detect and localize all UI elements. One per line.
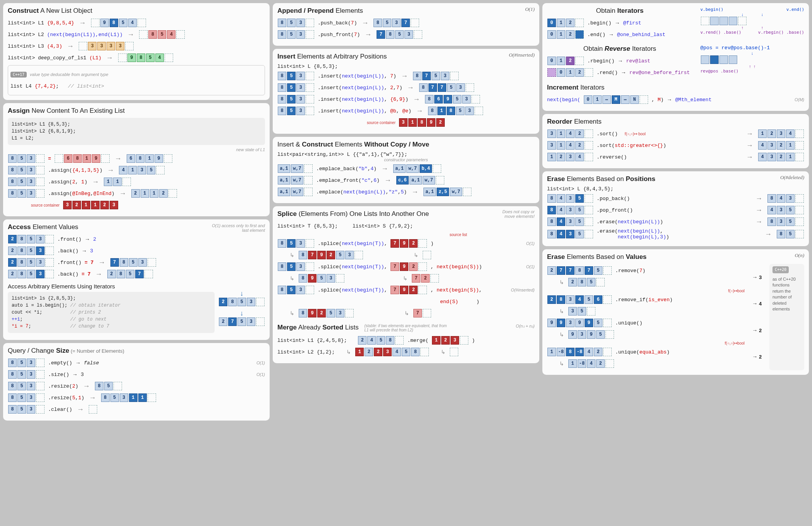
cpp17-badge: C++17	[10, 72, 27, 78]
call-unique-pred: .unique(equal_abs)	[615, 349, 669, 355]
list-cells: 3333	[78, 42, 134, 50]
call-removeif: .remove_if(is_even)	[615, 297, 673, 303]
call-rend: .rend()	[597, 70, 618, 76]
note: constructor parameters	[277, 157, 535, 162]
op-equals: =	[48, 156, 51, 162]
call-emplaceback: .emplace_back("b",4)	[316, 166, 377, 172]
result: 3	[90, 248, 93, 254]
card-title: Obtain Reverse Iterators	[547, 45, 693, 53]
call-remove: .remove(7)	[615, 268, 645, 274]
bigo: O(1)	[256, 360, 265, 365]
return-count: 4	[759, 301, 762, 307]
result: false	[84, 360, 99, 366]
card-insert: O(#inserted) Insert Elements at Arbitrar…	[273, 49, 539, 134]
return-count: 3	[759, 275, 762, 281]
call-popfront: .pop_front()	[597, 207, 633, 213]
arrow-icon: →	[105, 54, 115, 62]
call-back-set: .back() = 7	[57, 271, 91, 277]
call-pushback: .push_back(7)	[318, 20, 357, 26]
bigo: O(#inserted)	[511, 288, 535, 292]
result: @first	[623, 20, 641, 26]
result: @Mth_element	[675, 97, 712, 103]
pos-label: @pos = rev@pos.base()-1	[700, 45, 804, 51]
call-splice: .splice(next(begin(T)),	[318, 287, 387, 293]
call-assign: .assign(@InBeg,@InEnd)	[48, 191, 115, 197]
merge-note: (stable: if two elements are equivalent,…	[365, 324, 450, 332]
card-title: Splice (Elements From) One Lists Into An…	[277, 210, 535, 218]
card-append: O(1) Append / Prepend Elements 853 .push…	[273, 3, 539, 46]
note: new state of L1	[8, 147, 265, 152]
decl-l3: list<int> L3 (4,3)	[8, 43, 62, 49]
result: @one_behind_last	[617, 32, 666, 38]
call-erase-range: .erase(next(begin(L)), next(begin(L),3))	[597, 228, 669, 240]
cpp20-badge: C++20	[772, 266, 789, 273]
decl: list<int> L {8,5,3};	[277, 64, 535, 69]
predicate-note: f(○,○)↦ bool	[625, 132, 646, 136]
card-emplace: Insert & Construct Elements Without Copy…	[273, 137, 539, 203]
card-title: Insert Elements at Arbitrary Positions	[277, 53, 535, 60]
vrend-label: v.rend() .base()	[700, 30, 741, 35]
decls: list<int> T {8,5,3}; list<int> S {7,9,2}…	[277, 221, 535, 231]
call-empty: .empty()	[48, 360, 72, 366]
card-title: Append / Prepend Elements	[277, 7, 535, 15]
predicate-note: f(○)↦bool	[547, 289, 745, 293]
call-unique: .unique()	[615, 320, 642, 326]
code-block: list<int> L1 {8,5,3}; list<int> L2 {6,8,…	[8, 118, 265, 145]
call-assign: .assign(2, 1)	[48, 179, 87, 185]
arrow-icon: →	[65, 42, 75, 50]
card-access: Access Element Values O(1) access only t…	[3, 219, 270, 340]
call-end: .end()	[587, 32, 606, 38]
decl-l1: list<int> L1 {9,8,5,4}	[8, 20, 74, 26]
card-construct: Construct A New List Object list<int> L1…	[3, 3, 270, 100]
card-size: Query / Change Size (= Number of Element…	[3, 343, 270, 421]
column-2: O(1) Append / Prepend Elements 853 .push…	[273, 3, 539, 421]
card-assign: Assign New Content To An Existing List l…	[3, 103, 270, 216]
call-pushfront: .push_front(7)	[318, 32, 360, 38]
bigo: O(1)	[526, 241, 535, 246]
call-insert: .insert(next(begin(L)), 2,7)	[318, 85, 403, 91]
call-splice: .splice(next(begin(T)),	[318, 264, 387, 270]
decl-l1: list<int> L1 {2,4,5,8};	[277, 338, 347, 343]
list-cells: 854	[139, 30, 185, 39]
base-label: .base()	[721, 69, 738, 74]
source-label: source container	[367, 121, 396, 125]
card-title: Erase Elements Based on Positions	[547, 175, 804, 183]
call-back: .back()	[57, 248, 79, 254]
source-label: source list	[382, 233, 535, 237]
card-title: Query / Change Size (= Number of Element…	[8, 347, 265, 355]
decl-l2: list<int> L2 (next(begin(L1)),end(L1))	[8, 32, 122, 38]
note: Does not copy or move elements!	[500, 209, 535, 219]
call-front-set: .front() = 7	[57, 260, 94, 266]
bigo: O(n₁ + n₂)	[516, 324, 535, 329]
subtitle: Access Arbitrary Elements Using Iterator…	[8, 283, 265, 290]
call-insert: .insert(next(begin(L)), {6,9})	[318, 97, 408, 102]
call-splice: .splice(next(begin(T)),	[318, 241, 387, 247]
source-label: source container	[31, 203, 60, 207]
decl-l2: list<int> L2 {1,2};	[277, 349, 335, 355]
call-resize: .resize(2)	[48, 383, 78, 389]
result: rev@last	[626, 58, 650, 64]
call-size: .size()	[48, 372, 69, 378]
call-emplace: .emplace(next(begin(L)),"z",5)	[316, 189, 407, 195]
card-splice: Splice (Elements From) One Lists Into An…	[273, 206, 539, 363]
call-sort: .sort()	[597, 131, 618, 137]
bigo: O(1)	[256, 372, 265, 377]
card-title: Obtain Iterators	[547, 7, 693, 15]
bigo: O(M)	[795, 97, 804, 102]
card-title: Insert & Construct Elements Without Copy…	[277, 141, 535, 148]
return-count: 2	[759, 354, 762, 360]
merge-title: Merge Already Sorted Lists (stable: if t…	[277, 324, 535, 332]
return-count: 2	[759, 328, 762, 334]
code-block: list<int> ls {2,8,5,3}; auto i = ls.begi…	[8, 292, 215, 333]
call-resize: .resize(5,1)	[48, 395, 84, 401]
card-erase-val: O(n) Erase Elements Based on Values 2778…	[542, 249, 809, 375]
bigo: O(#deleted)	[780, 174, 804, 181]
vend-label: v.end()	[786, 7, 804, 12]
card-title: Assign New Content To An Existing List	[8, 107, 265, 115]
list-cells: 9854	[118, 53, 174, 62]
bigo: O(1)	[526, 264, 535, 269]
call-emplacefront: .emplace_front("c",6)	[316, 178, 380, 183]
side-note: C++20 as of C++20 functions return the n…	[769, 264, 804, 370]
arrow-icon: →	[77, 19, 88, 27]
call-reverse: .reverse()	[597, 154, 627, 160]
